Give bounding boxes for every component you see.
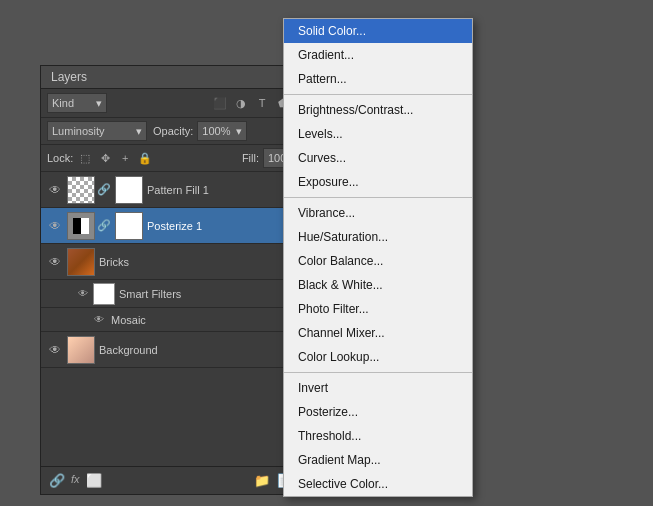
thumb-bricks [67, 248, 95, 276]
chain-pattern: 🔗 [99, 176, 109, 204]
kind-label: Kind [52, 97, 74, 109]
opacity-value: 100% [202, 125, 230, 137]
filter-adjust-icon[interactable]: ◑ [232, 94, 250, 112]
layer-list: 👁 🔗 Pattern Fill 1 👁 🔗 Posterize 1 👁 Bri… [41, 172, 319, 368]
menu-item-posterize[interactable]: Posterize... [284, 400, 472, 424]
lock-image-icon[interactable]: ✥ [97, 150, 113, 166]
blend-opacity-row: Luminosity ▾ Opacity: 100% ▾ [41, 118, 319, 145]
bottom-left-icons: 🔗 fx ⬜ [49, 473, 102, 488]
menu-item-brightness-contrast[interactable]: Brightness/Contrast... [284, 98, 472, 122]
menu-item-curves[interactable]: Curves... [284, 146, 472, 170]
menu-item-color-lookup[interactable]: Color Lookup... [284, 345, 472, 369]
blend-chevron: ▾ [136, 125, 142, 138]
layer-row-pattern-fill[interactable]: 👁 🔗 Pattern Fill 1 [41, 172, 319, 208]
kind-toolbar: Kind ▾ ⬛ ◑ T ⬟ ☰ [41, 89, 319, 118]
opacity-label: Opacity: [153, 125, 193, 137]
layers-tab[interactable]: Layers [41, 66, 319, 89]
menu-item-exposure[interactable]: Exposure... [284, 170, 472, 194]
thumb-pattern-fill [67, 176, 95, 204]
layer-name-bricks: Bricks [99, 256, 313, 268]
menu-item-channel-mixer[interactable]: Channel Mixer... [284, 321, 472, 345]
layer-name-background: Background [99, 344, 313, 356]
menu-item-black-white[interactable]: Black & White... [284, 273, 472, 297]
thumb-background [67, 336, 95, 364]
menu-item-photo-filter[interactable]: Photo Filter... [284, 297, 472, 321]
lock-fill-row: Lock: ⬚ ✥ + 🔒 Fill: 100% ▾ [41, 145, 319, 172]
thumb-posterize [67, 212, 95, 240]
lock-all-icon[interactable]: 🔒 [137, 150, 153, 166]
menu-item-hue-saturation[interactable]: Hue/Saturation... [284, 225, 472, 249]
fill-label: Fill: [242, 152, 259, 164]
layer-row-posterize[interactable]: 👁 🔗 Posterize 1 [41, 208, 319, 244]
menu-item-solid-color[interactable]: Solid Color... [284, 19, 472, 43]
menu-separator-6 [284, 197, 472, 198]
mask-posterize [115, 212, 143, 240]
opacity-chevron: ▾ [236, 125, 242, 138]
eye-icon-smart-filters[interactable]: 👁 [77, 286, 89, 302]
filter-type-icon[interactable]: T [253, 94, 271, 112]
layers-bottom-toolbar: 🔗 fx ⬜ 📁 📄 🗑 [41, 466, 319, 494]
eye-icon-pattern[interactable]: 👁 [47, 182, 63, 198]
mask-pattern-fill [115, 176, 143, 204]
adjustment-layer-menu: Solid Color...Gradient...Pattern...Brigh… [283, 18, 473, 497]
menu-item-threshold[interactable]: Threshold... [284, 424, 472, 448]
menu-item-selective-color[interactable]: Selective Color... [284, 472, 472, 496]
layers-panel: Layers Kind ▾ ⬛ ◑ T ⬟ ☰ Luminosity ▾ Opa… [40, 65, 320, 495]
kind-dropdown[interactable]: Kind ▾ [47, 93, 107, 113]
layers-tab-label: Layers [51, 70, 87, 84]
menu-item-vibrance[interactable]: Vibrance... [284, 201, 472, 225]
opacity-input[interactable]: 100% ▾ [197, 121, 247, 141]
layer-row-bricks[interactable]: 👁 Bricks [41, 244, 319, 280]
menu-separator-13 [284, 372, 472, 373]
menu-item-levels[interactable]: Levels... [284, 122, 472, 146]
lock-position-icon[interactable]: + [117, 150, 133, 166]
smart-filter-row: 👁 Smart Filters [41, 280, 319, 308]
mask-add-icon[interactable]: ⬜ [86, 473, 102, 488]
kind-chevron: ▾ [96, 97, 102, 110]
menu-separator-2 [284, 94, 472, 95]
layer-row-background[interactable]: 👁 Background [41, 332, 319, 368]
menu-item-gradient[interactable]: Gradient... [284, 43, 472, 67]
blend-mode-dropdown[interactable]: Luminosity ▾ [47, 121, 147, 141]
smart-filter-mask [93, 283, 115, 305]
blend-mode-value: Luminosity [52, 125, 105, 137]
menu-item-color-balance[interactable]: Color Balance... [284, 249, 472, 273]
menu-item-gradient-map[interactable]: Gradient Map... [284, 448, 472, 472]
lock-transparent-icon[interactable]: ⬚ [77, 150, 93, 166]
eye-icon-posterize[interactable]: 👁 [47, 218, 63, 234]
eye-icon-bricks[interactable]: 👁 [47, 254, 63, 270]
eye-icon-background[interactable]: 👁 [47, 342, 63, 358]
fx-button[interactable]: fx [71, 473, 80, 488]
eye-icon-mosaic[interactable]: 👁 [91, 312, 107, 328]
link-icon[interactable]: 🔗 [49, 473, 65, 488]
mosaic-row: 👁 Mosaic [41, 308, 319, 332]
chain-posterize: 🔗 [99, 212, 109, 240]
menu-item-invert[interactable]: Invert [284, 376, 472, 400]
opacity-row: Opacity: 100% ▾ [153, 121, 247, 141]
folder-icon[interactable]: 📁 [254, 473, 270, 488]
filter-pixel-icon[interactable]: ⬛ [211, 94, 229, 112]
menu-item-pattern[interactable]: Pattern... [284, 67, 472, 91]
lock-label: Lock: [47, 152, 73, 164]
